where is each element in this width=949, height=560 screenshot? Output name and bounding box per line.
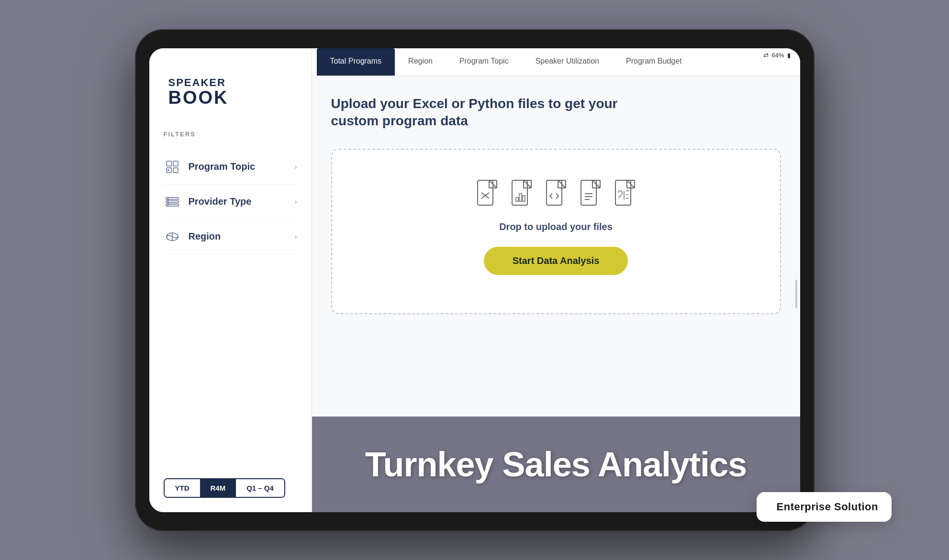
filter-label-program-topic: Program Topic: [189, 161, 256, 172]
logo-speaker: SPEAKER: [168, 77, 297, 88]
excel-file-icon: [475, 178, 500, 207]
svg-rect-19: [519, 194, 522, 201]
svg-rect-0: [167, 161, 171, 166]
file-icons-row: [475, 178, 637, 207]
svg-rect-28: [615, 180, 631, 205]
main-content: Total Programs Region Program Topic Spea…: [312, 48, 800, 512]
battery-level: 64%: [771, 52, 784, 59]
pdf-file-icon: [613, 178, 637, 207]
enterprise-badge: Enterprise Solution: [757, 492, 892, 522]
svg-rect-23: [581, 180, 596, 205]
battery-icon: ▮: [787, 52, 791, 59]
svg-rect-18: [516, 198, 518, 201]
chevron-icon-region: ›: [294, 232, 297, 241]
wifi-icon: ⇄: [763, 52, 769, 59]
svg-rect-1: [173, 161, 178, 166]
filter-label-provider-type: Provider Type: [189, 196, 252, 207]
filter-item-provider-type[interactable]: Provider Type ›: [164, 185, 297, 220]
filter-label-region: Region: [189, 231, 221, 242]
svg-rect-20: [523, 196, 525, 201]
upload-title: Upload your Excel or Python files to get…: [331, 95, 666, 130]
overlay-banner: Turnkey Sales Analytics: [312, 417, 800, 512]
ytd-button[interactable]: YTD: [165, 479, 200, 497]
r4m-button[interactable]: R4M: [200, 479, 236, 497]
code-file-icon: [544, 178, 569, 207]
drop-text: Drop to upload your files: [499, 221, 613, 232]
tablet-screen: ⇄ 64% ▮ SPEAKER BOOK FILTERS: [149, 48, 800, 512]
time-period-selector: YTD R4M Q1 – Q4: [164, 478, 285, 498]
filters-heading: FILTERS: [164, 131, 297, 138]
svg-rect-21: [547, 180, 562, 205]
provider-type-icon: [164, 193, 181, 210]
scroll-indicator: [795, 280, 797, 308]
status-bar: ⇄ 64% ▮: [704, 48, 800, 63]
filter-item-region[interactable]: Region ›: [164, 220, 297, 254]
svg-rect-12: [478, 180, 493, 205]
overlay-text: Turnkey Sales Analytics: [365, 445, 747, 484]
tab-total-programs[interactable]: Total Programs: [317, 48, 395, 76]
start-data-analysis-button[interactable]: Start Data Analysis: [484, 247, 628, 275]
filter-item-program-topic[interactable]: Program Topic ›: [164, 150, 297, 185]
q1-q4-button[interactable]: Q1 – Q4: [236, 479, 284, 497]
logo: SPEAKER BOOK: [168, 77, 297, 107]
drop-zone[interactable]: Drop to upload your files Start Data Ana…: [331, 149, 781, 314]
chevron-icon-program-topic: ›: [294, 163, 297, 171]
enterprise-label: Enterprise Solution: [777, 501, 878, 513]
tab-speaker-utilization[interactable]: Speaker Utilization: [522, 48, 613, 76]
document-file-icon: [578, 178, 603, 207]
svg-rect-3: [173, 168, 178, 173]
content-panel: Upload your Excel or Python files to get…: [312, 76, 800, 512]
tab-program-budget[interactable]: Program Budget: [613, 48, 695, 76]
chevron-icon-provider-type: ›: [294, 198, 297, 206]
logo-book: BOOK: [168, 88, 297, 107]
sidebar: SPEAKER BOOK FILTERS: [149, 48, 312, 512]
tab-region[interactable]: Region: [395, 48, 446, 76]
region-icon: [164, 228, 181, 245]
chart-file-icon: [509, 178, 534, 207]
program-topic-icon: [164, 158, 181, 176]
tab-program-topic[interactable]: Program Topic: [446, 48, 522, 76]
tablet-frame: ⇄ 64% ▮ SPEAKER BOOK FILTERS: [135, 29, 815, 531]
